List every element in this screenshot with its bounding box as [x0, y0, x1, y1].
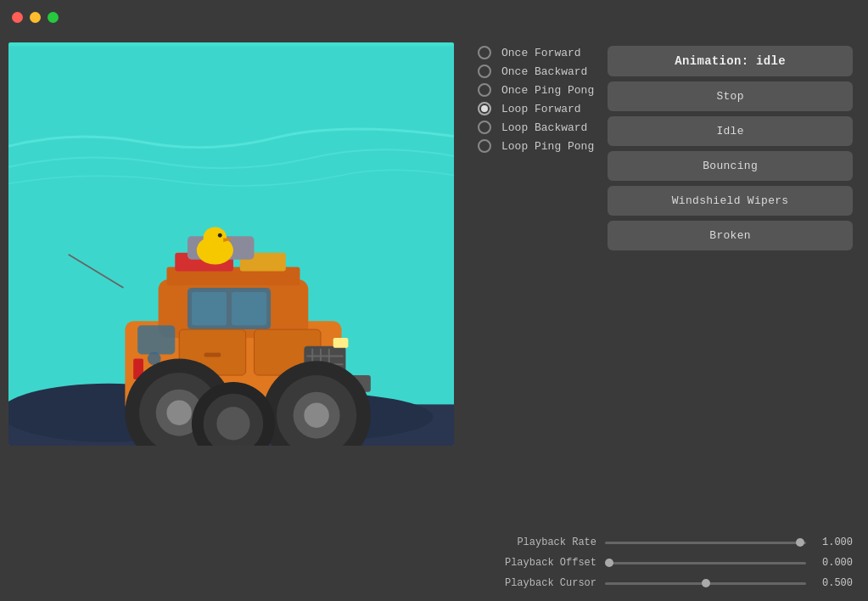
radio-loop-backward[interactable] — [478, 121, 491, 134]
slider-thumb-playback-offset[interactable] — [605, 559, 613, 567]
radio-label-loop-ping-pong: Loop Ping Pong — [501, 140, 594, 153]
radio-label-loop-forward: Loop Forward — [501, 103, 581, 115]
right-panel: Once ForwardOnce BackwardOnce Ping PongL… — [462, 34, 868, 601]
radio-label-loop-backward: Loop Backward — [501, 121, 587, 134]
sliders-area: Playback Rate1.000Playback Offset0.000Pl… — [478, 536, 853, 589]
slider-value-playback-offset: 0.000 — [815, 557, 853, 569]
svg-rect-21 — [204, 353, 221, 357]
radio-label-once-forward: Once Forward — [501, 47, 581, 59]
slider-value-playback-cursor: 0.500 — [815, 577, 853, 589]
radio-once-forward[interactable] — [478, 46, 491, 59]
svg-point-42 — [216, 407, 249, 440]
slider-row-playback-cursor: Playback Cursor0.500 — [478, 577, 853, 589]
button-windshield-wipers[interactable]: Windshield Wipers — [608, 186, 853, 216]
radio-row-loop-forward[interactable]: Loop Forward — [478, 102, 594, 115]
svg-rect-17 — [232, 292, 266, 325]
radio-label-once-backward: Once Backward — [501, 65, 587, 78]
buttons-column: Animation: idleStopIdleBouncingWindshiel… — [608, 46, 853, 533]
scene-svg — [8, 42, 454, 446]
slider-row-playback-rate: Playback Rate1.000 — [478, 536, 853, 548]
svg-point-35 — [166, 400, 191, 424]
svg-rect-28 — [333, 338, 349, 348]
slider-label-playback-rate: Playback Rate — [478, 536, 596, 548]
svg-rect-18 — [137, 325, 175, 354]
radio-once-ping-pong[interactable] — [478, 83, 491, 97]
slider-label-playback-offset: Playback Offset — [478, 557, 596, 569]
slider-value-playback-rate: 1.000 — [815, 536, 853, 548]
radio-row-once-ping-pong[interactable]: Once Ping Pong — [478, 83, 594, 97]
button-broken[interactable]: Broken — [608, 221, 853, 250]
slider-thumb-playback-rate[interactable] — [796, 538, 804, 547]
animation-canvas — [8, 42, 454, 446]
svg-point-39 — [304, 402, 328, 427]
slider-track-playback-rate[interactable] — [605, 542, 806, 544]
button-stop[interactable]: Stop — [608, 81, 853, 111]
radio-label-once-ping-pong: Once Ping Pong — [501, 84, 594, 97]
window-controls — [12, 12, 59, 23]
radio-row-loop-ping-pong[interactable]: Loop Ping Pong — [478, 139, 594, 153]
radio-once-backward[interactable] — [478, 65, 491, 78]
button-idle[interactable]: Idle — [608, 116, 853, 146]
radio-row-loop-backward[interactable]: Loop Backward — [478, 121, 594, 134]
maximize-button[interactable] — [48, 12, 59, 23]
button-animation-idle[interactable]: Animation: idle — [608, 46, 853, 76]
button-bouncing[interactable]: Bouncing — [608, 151, 853, 181]
slider-row-playback-offset: Playback Offset0.000 — [478, 557, 853, 569]
svg-rect-16 — [192, 292, 227, 325]
slider-thumb-playback-cursor[interactable] — [702, 579, 710, 587]
svg-point-14 — [218, 233, 222, 238]
slider-track-playback-offset[interactable] — [605, 562, 806, 564]
controls-row: Once ForwardOnce BackwardOnce Ping PongL… — [478, 46, 853, 533]
canvas-area — [0, 34, 462, 601]
radio-group: Once ForwardOnce BackwardOnce Ping PongL… — [478, 46, 594, 533]
svg-point-13 — [204, 227, 227, 249]
titlebar — [0, 0, 868, 34]
close-button[interactable] — [12, 12, 23, 23]
radio-row-once-forward[interactable]: Once Forward — [478, 46, 594, 59]
minimize-button[interactable] — [30, 12, 41, 23]
slider-label-playback-cursor: Playback Cursor — [478, 577, 596, 589]
radio-row-once-backward[interactable]: Once Backward — [478, 65, 594, 78]
radio-loop-ping-pong[interactable] — [478, 139, 491, 153]
radio-loop-forward[interactable] — [478, 102, 491, 115]
slider-track-playback-cursor[interactable] — [605, 582, 806, 585]
main-content: Once ForwardOnce BackwardOnce Ping PongL… — [0, 34, 868, 601]
